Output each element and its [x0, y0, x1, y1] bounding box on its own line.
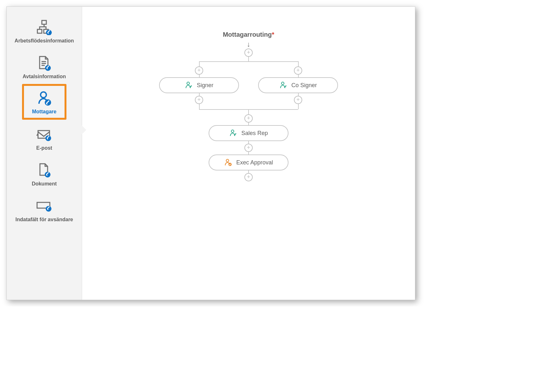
connector-line	[248, 57, 249, 61]
connector-line	[298, 75, 299, 77]
sidebar-item-documents[interactable]: Dokument	[7, 155, 82, 191]
recipient-node-label: Sales Rep	[241, 130, 268, 137]
signer-role-icon	[279, 81, 288, 89]
sidebar-item-label: Avtalsinformation	[23, 74, 66, 79]
svg-point-11	[46, 206, 51, 212]
sidebar-item-label: Indatafält för avsändare	[15, 217, 73, 222]
sidebar-item-recipients[interactable]: Mottagare	[26, 90, 63, 115]
svg-rect-0	[42, 20, 46, 24]
envelope-icon	[36, 126, 53, 143]
add-node-button[interactable]	[195, 66, 203, 75]
sidebar-item-sender-fields[interactable]: Indatafält för avsändare	[7, 191, 82, 227]
add-node-button[interactable]	[195, 96, 203, 104]
svg-point-12	[187, 82, 189, 85]
svg-point-8	[45, 135, 51, 141]
sidebar-item-label: Dokument	[32, 181, 57, 187]
arrow-down-icon: ↓	[156, 40, 341, 49]
connector-line	[199, 75, 200, 77]
svg-point-13	[281, 82, 284, 85]
svg-point-3	[46, 30, 52, 35]
recipient-node-signer[interactable]: Signer	[159, 77, 239, 93]
svg-point-9	[45, 172, 50, 177]
recipient-node-label: Co Signer	[291, 82, 317, 89]
sidebar: Arbetsflödesinformation Avtalsinformatio…	[7, 7, 82, 300]
recipient-node-exec-approval[interactable]: Exec Approval	[209, 155, 288, 170]
connector-line	[248, 123, 249, 125]
sidebar-item-label: Mottagare	[32, 109, 56, 115]
add-node-button[interactable]	[244, 49, 253, 57]
sidebar-pointer-notch	[82, 125, 86, 134]
svg-point-14	[231, 130, 234, 132]
connector-line	[248, 170, 249, 173]
add-node-button[interactable]	[294, 96, 302, 104]
svg-point-5	[41, 92, 46, 98]
approver-role-icon	[224, 158, 232, 167]
connector-line	[199, 93, 200, 96]
document-icon	[37, 162, 51, 179]
connector-line	[248, 152, 249, 155]
sidebar-item-label: Arbetsflödesinformation	[15, 38, 74, 44]
routing-title: Mottagarrouting	[223, 31, 272, 38]
recipient-node-cosigner[interactable]: Co Signer	[258, 77, 338, 93]
connector-line	[298, 61, 299, 66]
signer-role-icon	[229, 129, 237, 137]
sidebar-selection-highlight: Mottagare	[22, 84, 66, 120]
sidebar-item-workflow-info[interactable]: Arbetsflödesinformation	[7, 12, 82, 48]
routing-graph: Signer Co Signer	[156, 49, 341, 221]
connector-line	[298, 93, 299, 96]
sidebar-item-email[interactable]: E-post	[7, 120, 82, 155]
input-field-icon	[36, 198, 53, 215]
recipient-node-label: Signer	[197, 82, 213, 89]
connector-line	[199, 61, 298, 62]
org-chart-icon	[36, 19, 53, 36]
connector-line	[199, 104, 200, 109]
add-node-button[interactable]	[244, 173, 253, 181]
connector-line	[199, 61, 200, 66]
recipient-node-salesrep[interactable]: Sales Rep	[209, 125, 288, 141]
connector-line	[298, 104, 299, 109]
recipient-node-label: Exec Approval	[236, 159, 273, 166]
add-node-button[interactable]	[244, 144, 253, 152]
required-marker: *	[272, 31, 274, 38]
connector-line	[248, 109, 249, 114]
svg-point-4	[45, 65, 51, 71]
signer-role-icon	[185, 81, 193, 89]
connector-line	[248, 141, 249, 144]
svg-rect-1	[37, 29, 42, 33]
app-window: Arbetsflödesinformation Avtalsinformatio…	[6, 6, 415, 300]
svg-point-15	[226, 159, 229, 162]
add-node-button[interactable]	[244, 114, 253, 123]
person-edit-icon	[36, 90, 52, 107]
document-lines-icon	[37, 55, 52, 72]
sidebar-item-label: E-post	[36, 145, 52, 151]
add-node-button[interactable]	[294, 66, 302, 75]
sidebar-item-agreement-info[interactable]: Avtalsinformation	[7, 48, 82, 84]
main-canvas: Mottagarrouting* ↓	[82, 7, 415, 300]
routing-title-row: Mottagarrouting*	[156, 31, 341, 38]
routing-diagram: Mottagarrouting* ↓	[156, 31, 341, 221]
